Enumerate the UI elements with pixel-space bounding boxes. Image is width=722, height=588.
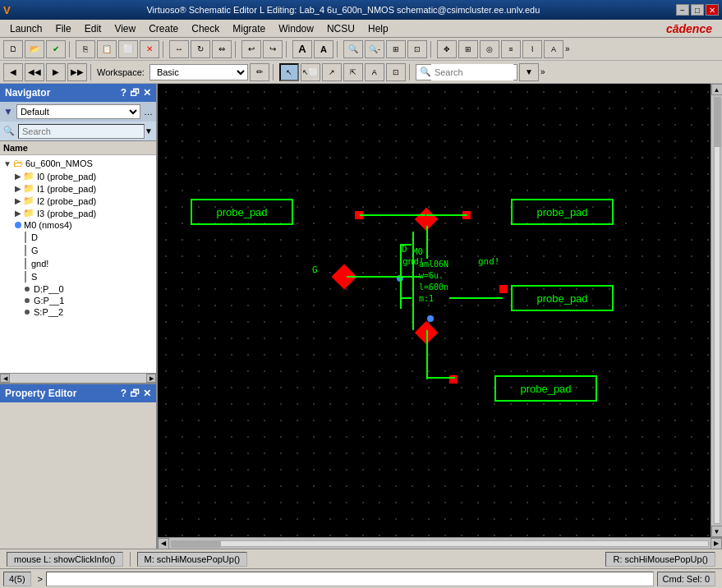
tree-label-M0: M0 (nmos4)	[24, 220, 72, 230]
toolbar-zoom-sel[interactable]: ⊡	[407, 40, 427, 58]
tree-item-I3[interactable]: ▶ 📁 I3 (probe_pad)	[2, 207, 154, 219]
toolbar-zoom-out[interactable]: 🔍-	[365, 40, 384, 58]
tree-item-I2[interactable]: ▶ 📁 I2 (probe_pad)	[2, 195, 154, 207]
toolbar-prop[interactable]: ≡	[501, 40, 521, 58]
menu-migrate[interactable]: Migrate	[226, 21, 272, 36]
hscroll-track[interactable]	[171, 540, 709, 547]
toolbar2-search-drop[interactable]: ▼	[519, 63, 539, 81]
nav-search-input[interactable]	[18, 124, 145, 139]
toolbar2-sel3[interactable]: ↗	[322, 63, 342, 81]
menu-create[interactable]: Create	[142, 21, 185, 36]
toolbar-net[interactable]: ⌇	[522, 40, 542, 58]
toolbar2-sel2[interactable]: ↖⬜	[301, 63, 320, 81]
toolbar2-fwd2[interactable]: ▶▶	[67, 63, 87, 81]
tree-item-I1[interactable]: ▶ 📁 I1 (probe_pad)	[2, 182, 154, 195]
tree-arrow-I1: ▶	[15, 184, 21, 193]
workspace-select[interactable]: Basic	[149, 64, 248, 80]
prop-help-btn[interactable]: ?	[121, 388, 126, 399]
filter-more-btn[interactable]: …	[144, 107, 153, 117]
line-icon-G	[25, 245, 26, 256]
toolbar-symbol[interactable]: ⬜	[118, 40, 138, 58]
toolbar2-sel6[interactable]: ⊡	[386, 63, 406, 81]
title-bar: V Virtuoso® Schematic Editor L Editing: …	[0, 0, 722, 20]
hscroll-right[interactable]: ▶	[711, 538, 722, 549]
probe-pad-topright: probe_pad	[511, 199, 614, 225]
status-input[interactable]	[46, 572, 654, 586]
menu-help[interactable]: Help	[361, 21, 395, 36]
toolbar2-sep3	[409, 64, 412, 80]
navigator-restore-btn[interactable]: 🗗	[130, 87, 140, 99]
toolbar2-more[interactable]: »	[540, 67, 545, 76]
tree-item-D[interactable]: D	[2, 231, 154, 244]
red-rect-3	[499, 285, 508, 293]
minimize-button[interactable]: −	[676, 4, 689, 16]
close-button[interactable]: ✕	[706, 4, 719, 16]
tree-item-DP0[interactable]: D:P__0	[2, 283, 154, 295]
menu-launch[interactable]: Launch	[3, 21, 48, 36]
tree-item-G[interactable]: G	[2, 244, 154, 257]
nav-scroll-right[interactable]: ▶	[146, 374, 156, 383]
tree-item-SP2[interactable]: S:P__2	[2, 306, 154, 318]
nav-scroll-left[interactable]: ◀	[0, 374, 10, 383]
toolbar2-sel5[interactable]: A	[365, 63, 384, 81]
prop-restore-btn[interactable]: 🗗	[130, 388, 140, 399]
menu-file[interactable]: File	[48, 21, 77, 36]
navigator-help-btn[interactable]: ?	[121, 87, 126, 99]
vscroll-thumb[interactable]	[715, 98, 721, 147]
tree-item-GP1[interactable]: G:P__1	[2, 295, 154, 306]
tree-item-S[interactable]: S	[2, 270, 154, 283]
search-container: 🔍	[416, 64, 517, 80]
vscroll-up[interactable]: ▲	[711, 84, 723, 95]
toolbar-text1[interactable]: A	[292, 40, 312, 58]
vscroll-down[interactable]: ▼	[711, 526, 723, 537]
vscroll-track[interactable]	[714, 97, 720, 524]
toolbar2-sel4[interactable]: ⇱	[343, 63, 363, 81]
toolbar-copy[interactable]: ⎘	[76, 40, 95, 58]
toolbar-redo[interactable]: ↪	[263, 40, 283, 58]
tree-label-I1: I1 (probe_pad)	[37, 184, 96, 194]
toolbar-open[interactable]: 📂	[25, 40, 44, 58]
line-icon-D	[25, 232, 26, 243]
prop-close-btn[interactable]: ✕	[143, 388, 151, 399]
menu-check[interactable]: Check	[185, 21, 226, 36]
filter-select[interactable]: Default	[16, 104, 140, 119]
toolbar-grid[interactable]: ⊞	[458, 40, 478, 58]
maximize-button[interactable]: □	[691, 4, 704, 16]
tree-root[interactable]: ▼ 🗁 6u_600n_NMOS	[2, 157, 154, 170]
toolbar1-more[interactable]: »	[565, 44, 570, 53]
toolbar-pan[interactable]: ✥	[437, 40, 457, 58]
toolbar2-back2[interactable]: ◀◀	[25, 63, 44, 81]
toolbar-text2[interactable]: A	[314, 40, 333, 58]
tree-item-I0[interactable]: ▶ 📁 I0 (probe_pad)	[2, 170, 154, 182]
toolbar-rotate[interactable]: ↻	[191, 40, 210, 58]
toolbar2-fwd[interactable]: ▶	[46, 63, 66, 81]
toolbar2-sel1[interactable]: ↖	[279, 63, 299, 81]
hscroll-thumb[interactable]	[172, 541, 221, 548]
toolbar-snap[interactable]: ◎	[480, 40, 499, 58]
toolbar2-edit[interactable]: ✏	[250, 63, 269, 81]
toolbar-zoom-in[interactable]: 🔍	[343, 40, 363, 58]
menu-view[interactable]: View	[108, 21, 142, 36]
navigator-close-btn[interactable]: ✕	[143, 87, 151, 99]
toolbar-mirror[interactable]: ⇔	[212, 40, 232, 58]
tree-label-I2: I2 (probe_pad)	[37, 196, 96, 206]
toolbar-search-input[interactable]	[431, 64, 513, 80]
hscroll-left[interactable]: ◀	[158, 538, 169, 549]
tree-item-M0[interactable]: M0 (nmos4)	[2, 219, 154, 231]
menu-ncsu[interactable]: NCSU	[320, 21, 361, 36]
toolbar-new[interactable]: 🗋	[3, 40, 23, 58]
menu-window[interactable]: Window	[272, 21, 320, 36]
toolbar-move[interactable]: ↔	[169, 40, 189, 58]
toolbar-undo[interactable]: ↩	[241, 40, 261, 58]
nav-search-dropdown[interactable]: ▼	[145, 126, 153, 136]
toolbar-save[interactable]: ✔	[46, 40, 66, 58]
toolbar-paste[interactable]: 📋	[97, 40, 117, 58]
toolbar-delete[interactable]: ✕	[140, 40, 159, 58]
schematic-canvas[interactable]: probe_pad probe_pad probe_pad probe_pad …	[158, 84, 711, 537]
toolbar-zoom-fit[interactable]: ⊞	[386, 40, 406, 58]
tree-item-gnd[interactable]: gnd!	[2, 257, 154, 270]
menu-edit[interactable]: Edit	[78, 21, 108, 36]
toolbar2-back[interactable]: ◀	[3, 63, 23, 81]
toolbar-check2[interactable]: A	[544, 40, 563, 58]
nav-scroll-track[interactable]	[10, 374, 146, 383]
